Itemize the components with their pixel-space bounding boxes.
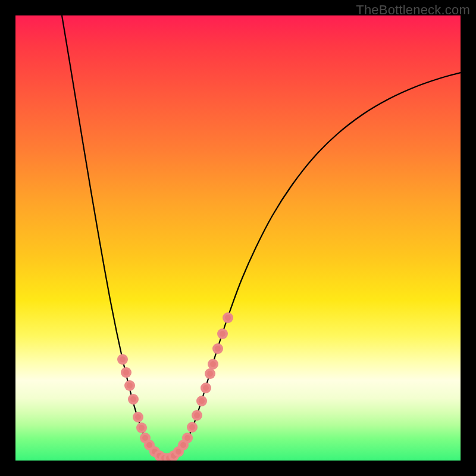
data-marker-core	[142, 435, 148, 441]
data-marker-core	[120, 356, 126, 362]
data-marker-core	[130, 396, 136, 402]
chart-svg	[15, 15, 461, 461]
data-marker-core	[207, 371, 213, 377]
data-marker-core	[123, 369, 129, 375]
data-marker-core	[135, 414, 141, 420]
data-marker-core	[194, 412, 200, 418]
data-marker-core	[225, 315, 231, 321]
chart-canvas	[15, 15, 461, 461]
data-markers-group	[117, 312, 233, 461]
data-marker-core	[146, 442, 152, 448]
data-marker-core	[189, 424, 195, 430]
bottleneck-curve	[62, 15, 461, 458]
data-marker-core	[210, 361, 216, 367]
data-marker-core	[139, 425, 145, 431]
data-marker-core	[127, 383, 133, 389]
watermark-text: TheBottleneck.com	[356, 2, 470, 18]
data-marker-core	[215, 346, 221, 352]
data-marker-core	[199, 398, 205, 404]
data-marker-core	[220, 331, 226, 337]
data-marker-core	[184, 435, 190, 441]
data-marker-core	[180, 442, 186, 448]
data-marker-core	[203, 385, 209, 391]
